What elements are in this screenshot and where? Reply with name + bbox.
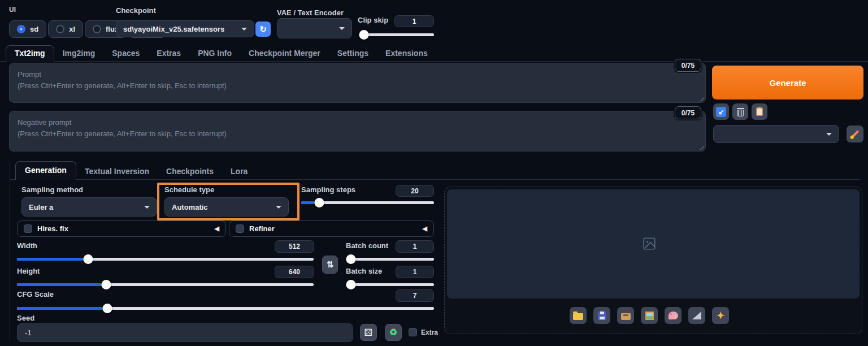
cfg-scale-value: 7 (413, 292, 417, 300)
sampling-method-select[interactable]: Euler a (21, 197, 157, 217)
radio-selected-icon (17, 25, 25, 33)
tab-lora[interactable]: Lora (222, 164, 256, 180)
slider-fill (17, 258, 88, 261)
ui-radio-xl-label: xl (69, 25, 75, 33)
tab-generation[interactable]: Generation (15, 161, 76, 180)
width-input[interactable]: 512 (275, 240, 314, 253)
batch-count-input[interactable]: 1 (396, 240, 434, 253)
slider-fill (17, 283, 106, 286)
seed-extra-checkbox[interactable] (409, 328, 417, 336)
apply-styles-button[interactable] (752, 103, 767, 120)
styles-select[interactable] (713, 125, 839, 143)
hires-fix-checkbox[interactable] (24, 224, 32, 233)
arrow-glyph: ↙ (718, 108, 724, 116)
sampling-method-value: Euler a (29, 203, 53, 211)
random-seed-button[interactable]: ⚄ (360, 324, 377, 341)
clip-skip-input[interactable]: 1 (394, 15, 434, 27)
collapse-left-icon[interactable]: ◀ (423, 225, 427, 232)
ui-radio-xl[interactable]: xl (48, 20, 83, 38)
collapse-left-icon[interactable]: ◀ (215, 225, 219, 232)
sampling-steps-label: Sampling steps (301, 185, 355, 194)
recycle-icon: ♻ (389, 328, 397, 337)
batch-count-value: 1 (413, 243, 417, 250)
tab-extensions[interactable]: Extensions (377, 46, 436, 62)
clear-prompt-button[interactable] (732, 103, 748, 120)
tab-img2img[interactable]: Img2img (54, 46, 104, 62)
slider-knob[interactable] (101, 280, 111, 289)
tab-txt2img[interactable]: Txt2img (6, 45, 54, 62)
slider-knob[interactable] (103, 304, 112, 313)
prompt-token-counter: 0/75 (675, 59, 701, 72)
refiner-accordion[interactable]: Refiner ◀ (229, 220, 434, 237)
tab-checkpoints[interactable]: Checkpoints (158, 164, 222, 180)
prompt-placeholder-hint: (Press Ctrl+Enter to generate, Alt+Enter… (18, 80, 697, 92)
prompt-placeholder-title: Prompt (18, 69, 697, 80)
chevron-down-icon (144, 206, 150, 209)
tab-textual-inversion[interactable]: Textual Inversion (76, 164, 158, 180)
slider-knob[interactable] (84, 254, 93, 264)
chevron-down-icon (241, 28, 247, 31)
tab-settings[interactable]: Settings (329, 46, 377, 62)
send-to-inpaint-button[interactable] (665, 307, 682, 324)
refiner-label: Refiner (249, 224, 275, 233)
checkpoint-label: Checkpoint (116, 6, 156, 15)
clip-skip-slider[interactable] (359, 30, 434, 40)
sampling-steps-slider[interactable] (301, 198, 434, 207)
slider-knob[interactable] (314, 198, 324, 207)
width-slider[interactable] (17, 254, 314, 264)
batch-size-input[interactable]: 1 (396, 266, 434, 278)
palette-icon (669, 312, 678, 319)
cfg-scale-slider[interactable] (17, 304, 434, 313)
tab-checkpoint-merger[interactable]: Checkpoint Merger (240, 46, 329, 62)
ui-radio-sd[interactable]: sd (9, 20, 46, 38)
generate-button[interactable]: Generate (712, 66, 863, 100)
generate-button-label: Generate (769, 78, 806, 88)
refiner-checkbox[interactable] (236, 224, 244, 233)
chevron-down-icon (276, 206, 281, 209)
slider-knob[interactable] (346, 280, 356, 289)
cfg-scale-label: CFG Scale (17, 290, 54, 299)
slider-knob[interactable] (346, 254, 356, 264)
slider-knob[interactable] (359, 30, 368, 40)
edit-styles-button[interactable] (847, 126, 863, 142)
tab-spaces[interactable]: Spaces (103, 46, 148, 62)
send-to-img2img-button[interactable] (641, 307, 658, 324)
hires-fix-accordion[interactable]: Hires. fix ◀ (17, 220, 226, 237)
floppy-disk-icon (598, 312, 606, 320)
send-to-extras-button[interactable] (688, 307, 705, 324)
batch-count-slider[interactable] (346, 254, 434, 264)
tab-extras[interactable]: Extras (148, 46, 189, 62)
prompt-textarea[interactable]: Prompt (Press Ctrl+Enter to generate, Al… (9, 63, 706, 103)
batch-size-value: 1 (413, 268, 417, 276)
negative-prompt-textarea[interactable]: Negative prompt (Press Ctrl+Enter to gen… (9, 111, 706, 152)
swap-dimensions-button[interactable]: ⇅ (322, 256, 338, 274)
schedule-type-select[interactable]: Automatic (164, 197, 289, 217)
save-image-button[interactable] (593, 307, 610, 324)
checkpoint-refresh-button[interactable]: ↻ (255, 21, 271, 37)
sampling-steps-input[interactable]: 20 (396, 185, 434, 197)
seed-input[interactable]: -1 (17, 323, 353, 342)
negative-prompt-token-counter: 0/75 (675, 106, 701, 119)
cfg-scale-input[interactable]: 7 (396, 289, 434, 302)
width-label: Width (17, 241, 37, 250)
paste-parameters-button[interactable]: ↙ (713, 103, 729, 120)
vae-select[interactable] (277, 18, 352, 38)
checkpoint-select[interactable]: sd\yayoiMix_v25.safetensors (116, 20, 254, 37)
batch-count-label: Batch count (346, 241, 388, 250)
reuse-seed-button[interactable]: ♻ (385, 324, 402, 341)
height-input[interactable]: 640 (275, 266, 314, 278)
upscale-button[interactable]: ✦ (712, 307, 729, 324)
save-zip-button[interactable] (617, 307, 634, 324)
height-slider[interactable] (17, 280, 314, 289)
refresh-icon: ↻ (259, 24, 267, 34)
resize-handle[interactable] (698, 96, 704, 101)
slider-track (346, 283, 434, 286)
batch-size-slider[interactable] (346, 280, 434, 289)
tab-png-info[interactable]: PNG Info (189, 46, 240, 62)
resize-handle[interactable] (698, 144, 704, 150)
paintbrush-icon (851, 130, 860, 139)
radio-icon (93, 25, 101, 33)
open-folder-button[interactable] (570, 307, 587, 324)
chevron-down-icon (339, 27, 345, 30)
sampling-steps-value: 20 (411, 187, 418, 195)
